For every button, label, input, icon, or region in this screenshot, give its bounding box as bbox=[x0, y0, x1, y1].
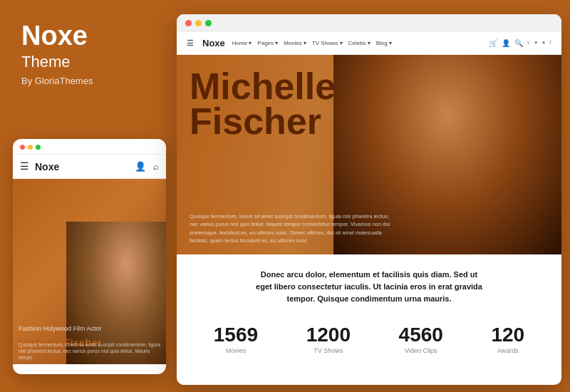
mobile-hero: Fashion Holywood Film Actor Michelle Fis… bbox=[13, 179, 166, 364]
mobile-title-bar bbox=[13, 139, 166, 155]
desktop-window-dots bbox=[185, 20, 212, 26]
stat-video-clips: 4560 Video Clips bbox=[399, 325, 443, 354]
mobile-nav: ☰ Noxe 👤 ⌕ bbox=[13, 155, 166, 179]
desktop-dot-yellow bbox=[195, 20, 202, 26]
stat-movies: 1569 Movies bbox=[214, 325, 258, 354]
search-icon[interactable]: ⌕ bbox=[153, 161, 159, 172]
desktop-dot-green bbox=[205, 20, 212, 26]
stat-movies-number: 1569 bbox=[214, 325, 258, 345]
search-icon[interactable]: 🔍 bbox=[514, 39, 523, 47]
mobile-dot-yellow bbox=[28, 145, 33, 150]
nav-movies[interactable]: Movies ▾ bbox=[284, 40, 306, 46]
stat-video-clips-number: 4560 bbox=[399, 325, 443, 345]
cart-icon[interactable]: 🛒 bbox=[489, 39, 497, 47]
content-quote: Donec arcu dolor, elementum et facilisis… bbox=[255, 269, 483, 305]
stat-tv-shows-number: 1200 bbox=[306, 325, 351, 345]
mobile-nav-left: ☰ Noxe bbox=[20, 160, 59, 172]
brand-subtitle: Theme bbox=[21, 53, 155, 71]
stat-video-clips-label: Video Clips bbox=[399, 347, 443, 354]
desktop-dot-red bbox=[185, 20, 192, 26]
nav-blog[interactable]: Blog ▾ bbox=[376, 40, 392, 46]
stat-tv-shows-label: TV Shows bbox=[306, 347, 351, 354]
nav-tv-shows[interactable]: TV Shows ▾ bbox=[312, 40, 343, 46]
mobile-dot-red bbox=[20, 145, 25, 150]
desktop-hero-title: Michelle Fischer bbox=[190, 69, 336, 140]
desktop-nav-links: Home ▾ Pages ▾ Movies ▾ TV Shows ▾ Celeb… bbox=[232, 40, 392, 46]
vimeo-icon: v bbox=[527, 39, 530, 47]
hero-title-line1: Michelle bbox=[190, 69, 336, 104]
user-icon[interactable]: 👤 bbox=[502, 39, 510, 47]
desktop-logo: Noxe bbox=[202, 38, 225, 48]
nav-celebs[interactable]: Celebs ▾ bbox=[348, 40, 370, 46]
mobile-dot-green bbox=[36, 145, 41, 150]
user-icon[interactable]: 👤 bbox=[135, 161, 146, 172]
brand-by: By GloriaThemes bbox=[21, 76, 155, 86]
hero-title-line2: Fischer bbox=[190, 104, 336, 139]
desktop-hero: Michelle Fischer Quisque fermentum, lore… bbox=[177, 55, 561, 254]
stat-tv-shows: 1200 TV Shows bbox=[306, 325, 351, 354]
mobile-hero-description: Quisque fermentum, lorem sit amet suscip… bbox=[19, 341, 160, 364]
desktop-hamburger-icon[interactable]: ☰ bbox=[187, 38, 194, 48]
hamburger-icon[interactable]: ☰ bbox=[20, 160, 29, 172]
mobile-logo: Noxe bbox=[35, 161, 59, 172]
desktop-title-bar bbox=[177, 14, 561, 32]
mobile-mockup: ☰ Noxe 👤 ⌕ Fashion Holywood Film Actor M… bbox=[13, 139, 166, 374]
desktop-hero-description: Quisque fermentum, lorem sit amet suscip… bbox=[190, 212, 396, 244]
mobile-caption: Fashion Holywood Film Actor bbox=[19, 325, 102, 332]
mobile-window-dots bbox=[20, 145, 41, 150]
stat-movies-label: Movies bbox=[214, 347, 258, 354]
stats-row: 1569 Movies 1200 TV Shows 4560 Video Cli… bbox=[190, 318, 549, 354]
desktop-mockup: ☰ Noxe Home ▾ Pages ▾ Movies ▾ TV Shows … bbox=[177, 14, 561, 385]
brand-name: Noxe bbox=[21, 21, 155, 51]
social-icon-1: ● bbox=[542, 39, 545, 47]
mobile-nav-right: 👤 ⌕ bbox=[135, 161, 159, 172]
stat-awards-number: 120 bbox=[491, 325, 524, 345]
facebook-icon: f bbox=[549, 39, 551, 47]
stat-awards-label: Awards bbox=[491, 347, 524, 354]
desktop-content-section: Donec arcu dolor, elementum et facilisis… bbox=[177, 254, 561, 364]
desktop-nav-icons: 🛒 👤 🔍 v ● ● f bbox=[489, 39, 551, 47]
nav-home[interactable]: Home ▾ bbox=[232, 40, 252, 46]
nav-pages[interactable]: Pages ▾ bbox=[257, 40, 278, 46]
desktop-nav: ☰ Noxe Home ▾ Pages ▾ Movies ▾ TV Shows … bbox=[177, 32, 561, 55]
stat-awards: 120 Awards bbox=[491, 325, 524, 354]
pinterest-icon: ● bbox=[534, 39, 538, 47]
